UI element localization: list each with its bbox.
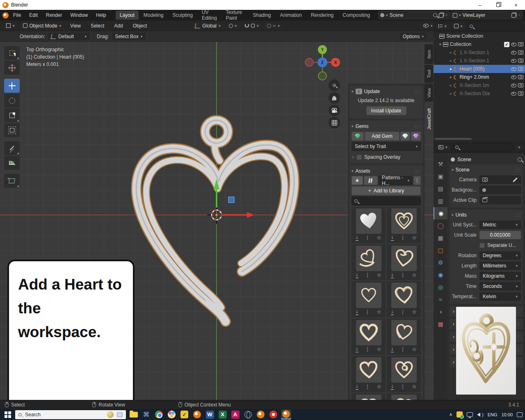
scale-tool[interactable]: [4, 108, 20, 122]
outliner-item-row[interactable]: ▸ Ring+ 2.0mm: [434, 73, 525, 81]
menu-window[interactable]: Window: [66, 11, 91, 19]
taskbar-check-app[interactable]: ✓: [179, 409, 189, 420]
tray-network-icon[interactable]: [467, 412, 473, 417]
select-by-trait-dropdown[interactable]: Select by Trait▾: [352, 142, 421, 151]
workspace-tab-shading[interactable]: Shading: [249, 11, 275, 20]
taskbar-globe-app[interactable]: [243, 409, 253, 420]
hide-eye-icon[interactable]: [511, 75, 516, 79]
asset-heart-spiral[interactable]: ↓⋮☆: [387, 356, 421, 392]
tray-notification-icon[interactable]: [517, 412, 523, 417]
move-tool[interactable]: [4, 79, 20, 93]
add-gem-button[interactable]: Add Gem: [365, 132, 399, 141]
expand-arrow-icon[interactable]: ▸: [450, 50, 452, 55]
expand-icon[interactable]: ›: [352, 154, 354, 160]
menu-dots-icon[interactable]: ⋮: [365, 309, 370, 315]
taskbar-search-input[interactable]: Search: [15, 410, 126, 419]
tab-world[interactable]: ◯: [434, 219, 447, 232]
tab-material[interactable]: ◑: [434, 306, 447, 318]
transform-tool[interactable]: [4, 123, 20, 137]
expand-arrow-icon[interactable]: ▸: [450, 59, 452, 63]
asset-heart-bold[interactable]: ↓⋮☆: [352, 319, 386, 355]
mode-selector[interactable]: Object Mode▾: [20, 22, 64, 30]
hide-eye-icon[interactable]: [511, 92, 516, 96]
asset-heart-solid[interactable]: ↓⋮☆: [352, 207, 386, 243]
delete-scene-icon[interactable]: ×: [445, 12, 448, 18]
pin-icon[interactable]: [518, 158, 522, 162]
collection-checkbox[interactable]: ✓: [504, 42, 509, 47]
menu-dots-icon[interactable]: ⋮: [400, 383, 405, 390]
taskbar-red-app[interactable]: [268, 409, 278, 420]
menu-dots-icon[interactable]: ⋮: [365, 346, 370, 352]
disable-render-icon[interactable]: [518, 50, 523, 55]
options-button[interactable]: Options▾: [400, 33, 427, 40]
download-icon[interactable]: ↓: [356, 235, 358, 241]
menu-render[interactable]: Render: [42, 11, 66, 19]
menu-dots-icon[interactable]: ⋮: [365, 272, 370, 278]
spacing-overlay-checkbox[interactable]: [356, 155, 362, 160]
menu-edit[interactable]: Edit: [25, 11, 41, 19]
collapse-arrow-icon[interactable]: ▾: [439, 42, 441, 46]
transform-orientation-selector[interactable]: Global▾: [192, 22, 223, 30]
workspace-tab-rendering[interactable]: Rendering: [307, 11, 338, 20]
disable-render-icon[interactable]: [518, 67, 523, 71]
properties-filter-button[interactable]: ▾: [515, 144, 523, 150]
viewport-3d[interactable]: Top Orthographic (1) Collection | Heart …: [0, 42, 434, 400]
properties-editor-type-button[interactable]: ▾: [436, 144, 450, 150]
download-icon[interactable]: ↓: [356, 272, 358, 278]
taskbar-explorer[interactable]: [128, 409, 139, 420]
mass-unit-dropdown[interactable]: Kilograms▾: [479, 272, 521, 280]
tab-texture[interactable]: ▩: [434, 318, 447, 330]
menu-file[interactable]: File: [9, 11, 25, 19]
taskbar-paint-app[interactable]: [167, 409, 177, 420]
collapse-arrow-icon[interactable]: ▾: [352, 169, 354, 173]
menu-dots-icon[interactable]: ⋮: [400, 346, 405, 352]
scene-collection-row[interactable]: Scene Collection: [434, 32, 525, 40]
tab-constraints[interactable]: ◎: [434, 281, 447, 293]
download-icon[interactable]: ↓: [356, 309, 358, 315]
patterns-library-dropdown[interactable]: Patterns - H...▾: [379, 176, 413, 185]
expand-arrow-icon[interactable]: ▸: [450, 67, 452, 71]
remove-layer-icon[interactable]: ×: [518, 12, 520, 18]
download-icon[interactable]: ↓: [391, 235, 394, 241]
menu-dots-icon[interactable]: ⋮: [365, 383, 370, 390]
outliner-scrollbar[interactable]: [435, 138, 472, 140]
cursor-tool[interactable]: [4, 61, 20, 75]
taskbar-blender-2[interactable]: [256, 409, 266, 420]
asset-heart-simple[interactable]: ↓⋮☆: [352, 281, 386, 317]
pivot-point-selector[interactable]: ▾: [226, 23, 240, 29]
outliner-item-row[interactable]: ▸ X-Section 1m: [434, 81, 525, 89]
outliner-display-mode-button[interactable]: ▾: [436, 23, 450, 29]
favorite-icon[interactable]: ☆: [412, 272, 417, 278]
collapse-arrow-icon[interactable]: ▾: [452, 168, 454, 172]
menu-dots-icon[interactable]: ⋮: [365, 235, 370, 241]
rotate-tool[interactable]: [4, 94, 20, 107]
asset-search-input[interactable]: [352, 196, 421, 205]
disable-render-icon[interactable]: [518, 83, 523, 87]
taskbar-blender-active[interactable]: [281, 409, 291, 420]
collection-row[interactable]: ▾ Collection ✓: [434, 40, 525, 48]
active-clip-field[interactable]: [479, 196, 521, 204]
favorite-icon[interactable]: ☆: [412, 346, 417, 352]
restore-button[interactable]: [489, 0, 507, 10]
unit-system-dropdown[interactable]: Metric▾: [479, 221, 521, 229]
disable-render-icon[interactable]: [518, 42, 523, 46]
asset-heart-sketch[interactable]: ↓⋮☆: [387, 281, 421, 317]
workspace-tab-modeling[interactable]: Modeling: [139, 11, 168, 20]
tab-output[interactable]: ▤: [434, 183, 447, 195]
rotation-unit-dropdown[interactable]: Degrees▾: [479, 251, 521, 260]
asset-heart-doodle[interactable]: ↓⋮☆: [387, 319, 421, 355]
panel-drag-handle[interactable]: ::::: [515, 168, 521, 172]
menu-help[interactable]: Help: [92, 11, 110, 19]
download-icon[interactable]: ↓: [391, 346, 394, 352]
outliner-search-input[interactable]: [467, 22, 523, 31]
scene-selector[interactable]: ▾ Scene ×: [378, 11, 450, 19]
viewport-menu-view[interactable]: View: [66, 22, 84, 30]
sidebar-tab-jewelcraft[interactable]: JewelCraft: [425, 103, 433, 135]
disable-render-icon[interactable]: [518, 59, 523, 63]
workspace-tab-sculpting[interactable]: Sculpting: [169, 11, 197, 20]
download-icon[interactable]: ↓: [356, 346, 358, 352]
outliner-filter-button[interactable]: ▾: [451, 23, 466, 29]
editor-type-button[interactable]: ▾: [3, 23, 18, 29]
new-layer-icon[interactable]: [511, 13, 516, 18]
library-type-button[interactable]: ▾: [364, 176, 378, 185]
